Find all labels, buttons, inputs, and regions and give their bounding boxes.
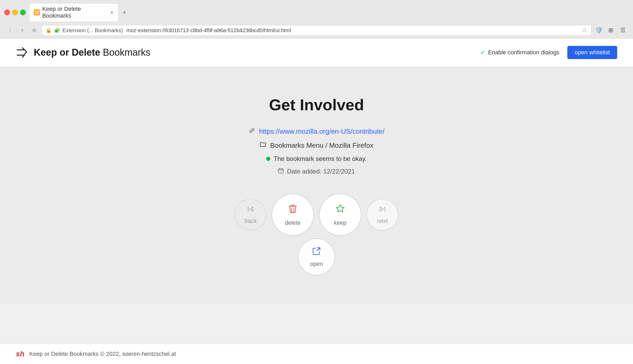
open-label: open	[310, 261, 323, 267]
enable-confirmation-toggle[interactable]: ✓ Enable confirmation dialogs	[480, 49, 559, 56]
puzzle-icon	[608, 28, 613, 33]
svg-rect-2	[609, 31, 611, 32]
open-external-svg-icon	[311, 246, 322, 256]
extensions-button[interactable]	[606, 26, 616, 35]
next-icon	[378, 205, 387, 215]
logo-shuffle-icon	[16, 46, 29, 59]
svg-rect-1	[611, 28, 613, 30]
traffic-lights	[4, 9, 26, 15]
extension-logo: Keep or Delete Bookmarks	[16, 46, 150, 59]
keep-label: keep	[334, 219, 347, 226]
folder-svg-icon	[260, 141, 266, 148]
tab-favicon: 🔀	[33, 9, 40, 16]
bookmark-status-row: The bookmark seems to be okay.	[266, 155, 367, 162]
bookmark-location-row: Bookmarks Menu / Mozilla Firefox	[260, 141, 373, 150]
address-bar[interactable]: 🔒 🧩 Extension (... Bookmarks) moz-extens…	[42, 25, 591, 36]
keep-button[interactable]: keep	[319, 194, 361, 236]
footer: sh Keep or Delete Bookmarks © 2022, soer…	[0, 344, 633, 364]
enable-confirmation-label: Enable confirmation dialogs	[488, 49, 559, 56]
header-actions: ✓ Enable confirmation dialogs open white…	[480, 46, 617, 59]
svg-rect-4	[279, 169, 283, 173]
chain-link-icon	[248, 127, 255, 134]
open-button[interactable]: open	[298, 238, 335, 275]
star-icon	[334, 203, 346, 217]
shield-icon[interactable]: 🛡️	[594, 26, 603, 35]
bookmark-date-row: Date added: 12/22/2021	[278, 168, 355, 175]
back-icon	[246, 205, 255, 215]
main-action-row: back delete keep	[235, 194, 398, 236]
back-button[interactable]: back	[235, 199, 266, 231]
bookmark-url-row: https://www.mozilla.org/en-US/contribute…	[248, 127, 384, 136]
next-label: next	[377, 218, 388, 224]
security-icon: 🔒	[46, 27, 51, 33]
skip-forward-icon	[378, 205, 387, 213]
calendar-svg-icon	[278, 168, 284, 174]
toolbar-icons: 🛡️ ☰	[594, 26, 628, 35]
bookmark-status-text: The bookmark seems to be okay.	[274, 155, 367, 162]
back-navigation-button[interactable]	[5, 26, 15, 35]
trash-icon	[287, 203, 299, 217]
bookmark-title: Get Involved	[269, 96, 364, 114]
trash-svg-icon	[287, 203, 299, 215]
checkmark-icon: ✓	[480, 49, 485, 56]
secondary-action-row: open	[298, 238, 335, 275]
bookmark-star-icon[interactable]: ☆	[582, 27, 587, 34]
reload-icon	[32, 28, 37, 33]
reload-button[interactable]	[30, 26, 39, 35]
extension-header: Keep or Delete Bookmarks ✓ Enable confir…	[0, 39, 633, 67]
tab-close-button[interactable]: ✕	[109, 10, 114, 15]
active-tab[interactable]: 🔀 Keep or Delete Bookmarks ✕	[29, 3, 119, 21]
browser-chrome: 🔀 Keep or Delete Bookmarks ✕ + 🔒 🧩	[0, 0, 633, 39]
new-tab-button[interactable]: +	[120, 8, 129, 17]
open-whitelist-button[interactable]: open whitelist	[567, 46, 617, 59]
back-label: back	[244, 218, 257, 224]
folder-icon	[260, 141, 266, 150]
browser-titlebar: 🔀 Keep or Delete Bookmarks ✕ +	[0, 0, 633, 23]
logo-text: Keep or Delete Bookmarks	[34, 47, 150, 58]
footer-logo: sh	[16, 350, 25, 358]
bookmark-info: https://www.mozilla.org/en-US/contribute…	[248, 127, 384, 175]
forward-navigation-button[interactable]	[17, 26, 27, 35]
status-indicator	[266, 157, 270, 161]
url-display: Extension (... Bookmarks) moz-extension:…	[63, 27, 579, 33]
link-icon	[248, 127, 255, 136]
maximize-window-button[interactable]	[20, 9, 26, 15]
bookmark-location-text: Bookmarks Menu / Mozilla Firefox	[270, 141, 373, 150]
delete-label: delete	[285, 219, 301, 226]
svg-rect-0	[609, 28, 611, 30]
menu-button[interactable]: ☰	[618, 26, 628, 35]
footer-text: Keep or Delete Bookmarks © 2022, soeren-…	[29, 351, 176, 357]
main-content: Get Involved https://www.mozilla.org/en-…	[0, 67, 633, 304]
skip-back-icon	[246, 205, 255, 213]
extension-icon: 🧩	[54, 27, 60, 33]
minimize-window-button[interactable]	[12, 9, 18, 15]
tab-title: Keep or Delete Bookmarks	[42, 6, 107, 19]
forward-nav-icon	[20, 28, 25, 33]
star-svg-icon	[334, 203, 346, 215]
bookmark-url-link[interactable]: https://www.mozilla.org/en-US/contribute…	[259, 127, 384, 136]
calendar-icon	[278, 168, 284, 175]
back-nav-icon	[8, 28, 12, 33]
action-buttons: back delete keep	[235, 194, 398, 275]
external-link-icon	[311, 246, 322, 258]
delete-button[interactable]: delete	[272, 194, 314, 236]
browser-tabs: 🔀 Keep or Delete Bookmarks ✕ +	[29, 3, 629, 21]
next-button[interactable]: next	[367, 199, 398, 231]
close-window-button[interactable]	[4, 9, 10, 15]
svg-rect-3	[611, 31, 613, 32]
browser-toolbar: 🔒 🧩 Extension (... Bookmarks) moz-extens…	[0, 23, 633, 38]
bookmark-date-text: Date added: 12/22/2021	[287, 168, 355, 175]
